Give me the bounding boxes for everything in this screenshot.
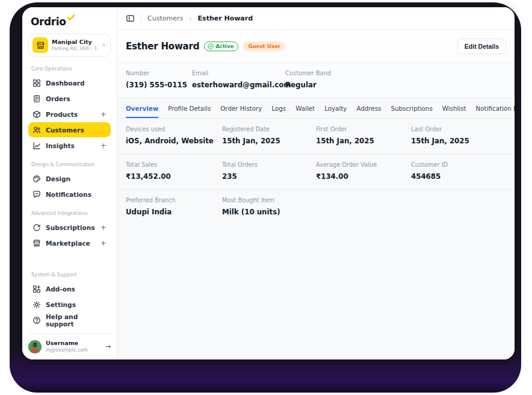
field-last-order: Last Order15th Jan, 2025 [411, 126, 506, 145]
field-first-order: First Order15th Jan, 2025 [316, 126, 411, 145]
sidebar-item-products[interactable]: Products+ [28, 107, 111, 122]
field-value: Regular [285, 81, 506, 89]
check-icon [67, 14, 75, 20]
breadcrumb-separator: › [189, 14, 191, 22]
sidebar-item-dashboard[interactable]: Dashboard [28, 75, 111, 90]
sidebar-item-label: Add-ons [46, 285, 75, 293]
section-label: Core Operations [31, 66, 108, 72]
sidebar-item-label: Insights [46, 142, 75, 149]
tab-loyalty[interactable]: Loyalty [324, 105, 347, 118]
expand-plus-icon[interactable]: + [101, 223, 107, 232]
field-value: 454685 [411, 172, 506, 181]
field-devices-used: Devices usediOS, Android, Website [126, 126, 222, 145]
tab-address[interactable]: Address [356, 105, 381, 118]
field-customer-band: Customer BandRegular [285, 70, 506, 89]
edit-details-button[interactable]: Edit Details [457, 39, 506, 54]
user-profile[interactable]: Username m@example.com → [28, 334, 111, 353]
dashboard-icon [32, 79, 41, 87]
expand-plus-icon[interactable]: + [101, 141, 107, 150]
tab-wallet[interactable]: Wallet [295, 105, 315, 118]
field-label: Registered Date [222, 126, 316, 132]
tab-bar: OverviewProfile DetailsOrder HistoryLogs… [117, 98, 515, 119]
customer-header: Esther Howard Active Guest User Edit Det… [117, 30, 515, 63]
field-value: ₹13,452.00 [126, 172, 222, 181]
expand-plus-icon[interactable]: + [101, 110, 107, 119]
field-value: Udupi India [126, 208, 222, 216]
field-label: Devices used [126, 126, 222, 132]
sidebar-item-label: Products [46, 111, 78, 118]
sidebar-item-label: Marketplace [46, 240, 90, 247]
customer-name: Esther Howard [126, 41, 199, 52]
sidebar-item-orders[interactable]: Orders [28, 91, 111, 106]
field-registered-date: Registered Date15th Jan, 2025 [222, 126, 316, 145]
field-customer-id: Customer ID454685 [411, 161, 506, 181]
sidebar-item-label: Dashboard [46, 79, 85, 87]
sidebar-item-customers[interactable]: Customers [28, 122, 111, 137]
sidebar-section-core-operations: Core OperationsDashboardOrdersProducts+C… [28, 58, 111, 154]
chevron-down-icon: ⌄ [102, 41, 107, 49]
tab-overview[interactable]: Overview [126, 105, 158, 118]
arrow-right-icon[interactable]: → [105, 343, 111, 350]
insights-icon [32, 142, 41, 150]
customers-icon [32, 126, 41, 134]
overview-row-2: Total Sales₹13,452.00Total Orders235Aver… [117, 154, 515, 190]
sidebar-item-subscriptions[interactable]: Subscriptions+ [28, 220, 111, 235]
main-content: Customers › Esther Howard Esther Howard … [117, 7, 515, 359]
tab-notification-history[interactable]: Notification History [476, 105, 515, 118]
subscriptions-icon [32, 223, 41, 232]
breadcrumb-customers[interactable]: Customers [147, 14, 183, 22]
app-logo: Ordrio [28, 14, 111, 28]
field-value: ₹134.00 [316, 172, 411, 181]
sidebar-item-label: Settings [46, 301, 76, 308]
storefront-icon [32, 37, 48, 53]
sidebar-item-design[interactable]: Design [28, 171, 111, 186]
user-avatar [28, 340, 42, 353]
sidebar-section-system-support: System & SupportAdd-onsSettingsHelp and … [28, 264, 111, 328]
field-label: Average Order Value [316, 161, 411, 168]
overview-row-1: Devices usediOS, Android, WebsiteRegiste… [117, 119, 515, 154]
sidebar-item-marketplace[interactable]: Marketplace+ [28, 235, 111, 250]
sidebar-item-label: Subscriptions [46, 224, 95, 231]
field-value: (319) 555-0115 [126, 81, 192, 89]
user-email: m@example.com [46, 347, 88, 353]
sidebar-section-design-communication: Design & CommunicationDesignNotification… [28, 154, 111, 202]
status-badge: Active [204, 42, 238, 51]
field-most-bought-item: Most Bought ItemMilk (10 units) [222, 197, 316, 216]
field-number: Number(319) 555-0115 [126, 70, 192, 89]
topbar-divider [141, 14, 141, 23]
contact-info: Number(319) 555-0115Emailesterhoward@gma… [117, 63, 515, 98]
store-meta: Manipal City Parking Rd, 16th - 17th Blo… [52, 39, 98, 51]
sidebar-item-label: Orders [46, 95, 70, 102]
app-window: Ordrio Manipal City Parking Rd, 16th - 1… [22, 7, 515, 359]
field-value: 235 [222, 172, 316, 181]
tab-subscriptions[interactable]: Subscriptions [391, 105, 432, 118]
panel-toggle-icon[interactable] [126, 14, 135, 23]
orders-icon [32, 95, 41, 103]
field-label: Last Order [411, 126, 506, 132]
overview-details: Devices usediOS, Android, WebsiteRegiste… [117, 119, 515, 225]
dark-backdrop: Ordrio Manipal City Parking Rd, 16th - 1… [10, 2, 521, 393]
sidebar-item-help-and-support[interactable]: Help and support [28, 313, 111, 328]
tab-wishlist[interactable]: Wishlist [442, 105, 466, 118]
user-meta: Username m@example.com [46, 340, 88, 353]
field-total-orders: Total Orders235 [222, 161, 316, 181]
tab-logs[interactable]: Logs [271, 105, 286, 118]
products-icon [32, 110, 41, 119]
sidebar-item-notifications[interactable]: Notifications [28, 187, 111, 202]
sidebar-item-insights[interactable]: Insights+ [28, 138, 111, 153]
sidebar-item-settings[interactable]: Settings [28, 297, 111, 312]
section-label: Advanced Integrations [31, 210, 108, 216]
field-label: Total Sales [126, 161, 222, 168]
sidebar-item-label: Design [46, 175, 70, 182]
field-total-sales: Total Sales₹13,452.00 [126, 161, 222, 181]
sidebar-item-add-ons[interactable]: Add-ons [28, 281, 111, 296]
field-label: First Order [316, 126, 411, 132]
tab-order-history[interactable]: Order History [220, 105, 262, 118]
sidebar-nav: Core OperationsDashboardOrdersProducts+C… [28, 58, 111, 328]
section-label: Design & Communication [31, 161, 108, 167]
field-label: Email [192, 70, 285, 76]
store-selector[interactable]: Manipal City Parking Rd, 16th - 17th Blo… [28, 34, 111, 57]
tab-profile-details[interactable]: Profile Details [168, 105, 211, 118]
marketplace-icon [32, 239, 41, 247]
expand-plus-icon[interactable]: + [101, 238, 107, 247]
